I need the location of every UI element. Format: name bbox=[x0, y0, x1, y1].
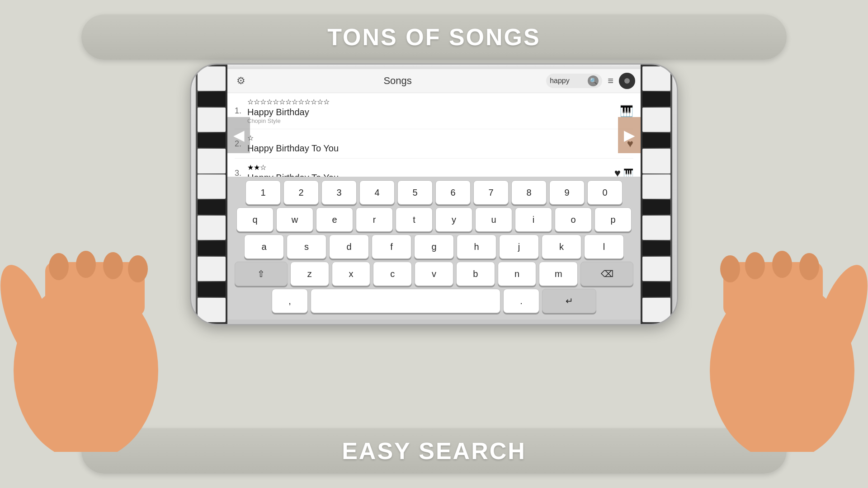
key-i[interactable]: i bbox=[515, 207, 552, 232]
keyboard-row-zxcv: ⇧ z x c v b n m ⌫ bbox=[235, 262, 633, 286]
song-item-3[interactable]: 3. ★★☆ Happy Birthday To You ♥ 🎹 bbox=[235, 159, 633, 177]
key-j[interactable]: j bbox=[499, 235, 539, 259]
key-2[interactable]: 2 bbox=[283, 180, 319, 205]
song-title-3: Happy Birthday To You bbox=[247, 173, 614, 177]
key-shift[interactable]: ⇧ bbox=[235, 262, 288, 286]
key-6[interactable]: 6 bbox=[435, 180, 471, 205]
key-v[interactable]: v bbox=[415, 262, 453, 286]
key-k[interactable]: k bbox=[542, 235, 581, 259]
song-stars-1: ☆☆☆☆☆☆☆☆☆☆☆☆☆ bbox=[247, 98, 620, 106]
search-button[interactable]: 🔍 bbox=[588, 75, 599, 86]
menu-icon[interactable]: ≡ bbox=[608, 75, 613, 87]
bottom-banner-text: EASY SEARCH bbox=[342, 437, 526, 465]
song-item-1[interactable]: 1. ☆☆☆☆☆☆☆☆☆☆☆☆☆ Happy Birthday Chopin S… bbox=[235, 93, 633, 129]
key-p[interactable]: p bbox=[594, 207, 632, 232]
svg-point-10 bbox=[720, 255, 740, 282]
svg-point-5 bbox=[103, 252, 123, 279]
key-f[interactable]: f bbox=[372, 235, 411, 259]
key-5[interactable]: 5 bbox=[397, 180, 433, 205]
key-c[interactable]: c bbox=[373, 262, 412, 286]
heart-icon-1[interactable]: 🎹 bbox=[620, 105, 633, 117]
search-input[interactable]: happy bbox=[550, 77, 586, 85]
nav-arrow-right[interactable]: ▶ bbox=[618, 117, 641, 153]
key-u[interactable]: u bbox=[475, 207, 512, 232]
song-item-2[interactable]: 2. ☆ Happy Birthday To You ♥ bbox=[235, 129, 633, 159]
key-1[interactable]: 1 bbox=[245, 180, 281, 205]
piano-keys-left bbox=[196, 65, 227, 324]
top-banner-text: TONS OF SONGS bbox=[327, 23, 540, 51]
disc-center bbox=[624, 78, 630, 84]
svg-point-11 bbox=[745, 252, 765, 279]
app-header: ⚙ Songs happy 🔍 ≡ bbox=[227, 69, 641, 93]
key-x[interactable]: x bbox=[332, 262, 371, 286]
key-backspace[interactable]: ⌫ bbox=[580, 262, 633, 286]
key-l[interactable]: l bbox=[584, 235, 624, 259]
search-area[interactable]: happy 🔍 bbox=[546, 74, 602, 88]
key-0[interactable]: 0 bbox=[587, 180, 623, 205]
left-hand bbox=[0, 181, 172, 452]
svg-point-4 bbox=[76, 251, 96, 278]
key-h[interactable]: h bbox=[457, 235, 496, 259]
key-4[interactable]: 4 bbox=[359, 180, 395, 205]
key-r[interactable]: r bbox=[356, 207, 393, 232]
key-3[interactable]: 3 bbox=[321, 180, 357, 205]
song-stars-2: ☆ bbox=[247, 134, 627, 142]
nav-arrow-left[interactable]: ◀ bbox=[227, 117, 250, 153]
key-o[interactable]: o bbox=[555, 207, 592, 232]
song-stars-3: ★★☆ bbox=[247, 163, 614, 172]
key-space[interactable] bbox=[311, 289, 500, 313]
key-t[interactable]: t bbox=[396, 207, 433, 232]
phone-frame: ⚙ Songs happy 🔍 ≡ ◀ ▶ 1. ☆☆☆☆☆☆☆☆☆☆☆☆ bbox=[190, 63, 678, 325]
key-z[interactable]: z bbox=[290, 262, 329, 286]
keyboard-row-space: , . ↵ bbox=[235, 289, 633, 313]
key-q[interactable]: q bbox=[236, 207, 274, 232]
keyboard-row-asdf: a s d f g h j k l bbox=[235, 235, 633, 259]
key-8[interactable]: 8 bbox=[511, 180, 547, 205]
key-7[interactable]: 7 bbox=[473, 180, 509, 205]
song-list: ◀ ▶ 1. ☆☆☆☆☆☆☆☆☆☆☆☆☆ Happy Birthday Chop… bbox=[227, 93, 641, 177]
key-e[interactable]: e bbox=[316, 207, 353, 232]
piano-keys-right bbox=[641, 65, 672, 324]
phone-screen: ⚙ Songs happy 🔍 ≡ ◀ ▶ 1. ☆☆☆☆☆☆☆☆☆☆☆☆ bbox=[227, 69, 641, 319]
song-title-2: Happy Birthday To You bbox=[247, 143, 627, 154]
song-icons-3: ♥ 🎹 bbox=[614, 167, 633, 177]
bottom-banner: EASY SEARCH bbox=[81, 428, 787, 474]
heart-icon-3[interactable]: ♥ bbox=[614, 167, 621, 177]
piano-icon-3[interactable]: 🎹 bbox=[623, 168, 633, 177]
song-info-1: ☆☆☆☆☆☆☆☆☆☆☆☆☆ Happy Birthday Chopin Styl… bbox=[247, 98, 620, 124]
song-info-2: ☆ Happy Birthday To You bbox=[247, 134, 627, 154]
key-b[interactable]: b bbox=[456, 262, 495, 286]
key-return[interactable]: ↵ bbox=[542, 289, 596, 313]
key-a[interactable]: a bbox=[244, 235, 284, 259]
song-icons-1: 🎹 bbox=[620, 105, 633, 117]
song-number-1: 1. bbox=[235, 106, 247, 116]
key-period[interactable]: . bbox=[503, 289, 539, 313]
key-y[interactable]: y bbox=[435, 207, 472, 232]
key-9[interactable]: 9 bbox=[549, 180, 585, 205]
app-title: Songs bbox=[253, 75, 542, 87]
svg-point-6 bbox=[128, 255, 148, 282]
svg-point-13 bbox=[799, 253, 819, 280]
right-hand bbox=[696, 181, 868, 452]
settings-icon[interactable]: ⚙ bbox=[233, 73, 249, 89]
song-title-1: Happy Birthday bbox=[247, 107, 620, 117]
song-number-3: 3. bbox=[235, 169, 247, 177]
top-banner: TONS OF SONGS bbox=[81, 14, 787, 60]
keyboard-row-qwerty: q w e r t y u i o p bbox=[235, 207, 633, 232]
song-subtitle-1: Chopin Style bbox=[247, 117, 620, 124]
keyboard-row-numbers: 1 2 3 4 5 6 7 8 9 0 bbox=[235, 180, 633, 205]
key-d[interactable]: d bbox=[329, 235, 369, 259]
song-info-3: ★★☆ Happy Birthday To You bbox=[247, 163, 614, 177]
key-w[interactable]: w bbox=[276, 207, 313, 232]
disc-icon[interactable] bbox=[619, 73, 635, 89]
key-m[interactable]: m bbox=[539, 262, 578, 286]
svg-point-12 bbox=[772, 251, 792, 278]
keyboard: 1 2 3 4 5 6 7 8 9 0 q w e r t y u i bbox=[227, 177, 641, 319]
key-comma[interactable]: , bbox=[272, 289, 308, 313]
svg-point-3 bbox=[49, 253, 69, 280]
key-g[interactable]: g bbox=[414, 235, 454, 259]
key-n[interactable]: n bbox=[498, 262, 537, 286]
key-s[interactable]: s bbox=[287, 235, 326, 259]
